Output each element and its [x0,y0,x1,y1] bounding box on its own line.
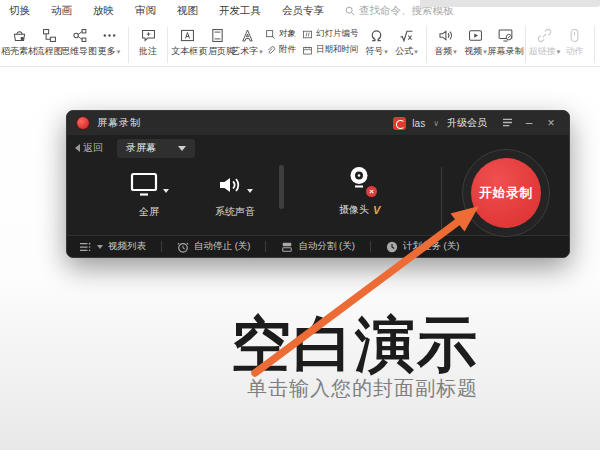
ribbon-item-docer-material[interactable]: 稻壳素材 [4,25,34,58]
back-button[interactable]: 返回 [75,141,103,155]
ribbon-separator [167,27,168,63]
menu-item-member[interactable]: 会员专享 [282,4,324,18]
screen-record-icon [497,27,514,44]
menu-item-transition[interactable]: 切换 [9,4,30,18]
ribbon-separator [594,27,595,63]
back-arrow-icon [75,144,80,152]
wps-logo-icon [393,117,406,130]
alarm-clock-icon [177,241,189,253]
mindmap-icon [71,27,88,44]
footer-divider [161,241,162,252]
scrollbar-thumb[interactable] [279,165,284,209]
ribbon-stack-slidenumber-datetime: 幻灯片编号 日期和时间 [302,25,359,56]
menu-item-slideshow[interactable]: 放映 [93,4,114,18]
clock-icon [386,241,398,253]
ribbon-separator [525,27,526,63]
audio-speaker-icon [437,27,454,44]
ribbon-item-audio[interactable]: 音频 [431,25,461,59]
dropdown-caret-icon [163,189,169,193]
ribbon-stack-object-attachment: 对象 附件 [265,25,296,56]
chevron-down-icon[interactable]: ∨ [433,119,439,128]
dialog-footer: 视频列表 自动停止 (关) 自动分割 (关) 计划任务 (关) [67,235,569,257]
ribbon-item-comment[interactable]: 批注 [133,25,163,58]
ribbon-item-mindmap[interactable]: 思维导图 [64,25,94,58]
list-icon [79,242,91,252]
split-icon [281,241,293,253]
symbol-omega-icon [368,27,385,44]
comment-icon [140,27,157,44]
ribbon-separator [426,27,427,63]
slide-title[interactable]: 空白演示 [231,305,479,386]
record-dot-icon [77,117,89,129]
app-window: 切换 动画 放映 审阅 视图 开发工具 会员专享 查找命令、搜索模板 稻壳素材 … [0,0,600,450]
ribbon-item-hyperlink: 超链接 [530,25,560,59]
camera-off-badge-icon: × [366,186,377,197]
auto-split-toggle[interactable]: 自动分割 (关) [281,240,354,253]
ribbon-separator [128,27,129,63]
menu-bar: 切换 动画 放映 审阅 视图 开发工具 会员专享 查找命令、搜索模板 [0,0,600,21]
scheduled-task-toggle[interactable]: 计划任务 (关) [386,240,459,253]
object-icon [265,29,276,40]
ribbon-item-screen-record[interactable]: 屏幕录制 [491,25,521,58]
video-list-button[interactable]: 视频列表 [79,240,146,253]
start-record-ring: 开始录制 [462,149,550,237]
menu-item-view[interactable]: 视图 [177,4,198,18]
ribbon-item-symbol[interactable]: 符号 [362,25,392,59]
ribbon-item-date-time[interactable]: 日期和时间 [302,44,359,56]
account-name[interactable]: las [412,118,425,129]
close-icon[interactable]: × [543,115,559,131]
fullscreen-option[interactable]: 全屏 [129,167,169,219]
flowchart-icon [41,27,58,44]
attachment-icon [265,45,276,56]
wordart-icon [239,27,256,44]
ribbon-toolbar: 稻壳素材 流程图 思维导图 更多 批注 文本框 页眉页脚 [0,21,600,67]
record-mode-dropdown[interactable]: 录屏幕 [117,139,195,158]
auto-stop-toggle[interactable]: 自动停止 (关) [177,240,250,253]
search-icon [345,6,355,16]
docer-material-icon [11,27,28,44]
speaker-icon [217,173,243,197]
system-audio-label: 系统声音 [215,205,255,219]
camera-label: 摄像头 V [339,203,380,217]
vertical-divider [441,167,442,229]
more-dots-icon [101,27,118,44]
mouse-action-icon [566,27,583,44]
menu-icon[interactable] [499,115,515,131]
textbox-icon [179,27,196,44]
ribbon-item-wordart[interactable]: 艺术字 [232,25,262,59]
ribbon-item-attachment[interactable]: 附件 [265,44,296,56]
ribbon-item-flowchart[interactable]: 流程图 [34,25,64,58]
minimize-icon[interactable]: – [521,115,537,131]
ribbon-item-textbox[interactable]: 文本框 [172,25,202,59]
window-edge [420,0,600,7]
formula-icon [398,27,415,44]
monitor-icon [129,171,159,197]
footer-divider [370,241,371,252]
start-record-button[interactable]: 开始录制 [471,158,541,228]
dropdown-caret-icon [247,189,253,193]
hyperlink-icon [536,27,553,44]
ribbon-item-object[interactable]: 对象 [265,28,296,40]
camera-option[interactable]: × 摄像头 V [339,165,380,217]
ribbon-item-slide-number[interactable]: 幻灯片编号 [302,28,359,40]
ribbon-item-formula[interactable]: 公式 [392,25,422,59]
menu-item-animation[interactable]: 动画 [51,4,72,18]
menu-item-review[interactable]: 审阅 [135,4,156,18]
upgrade-member-link[interactable]: 升级会员 [447,116,487,130]
slide-number-icon [302,29,313,40]
video-icon [467,27,484,44]
screen-record-dialog: 屏幕录制 las ∨ 升级会员 – × 返回 录屏幕 [66,110,570,258]
dropdown-caret-icon [178,146,186,151]
date-time-icon [302,45,313,56]
ribbon-item-action: 动作 [560,25,590,58]
dialog-title: 屏幕录制 [97,116,141,130]
ribbon-item-more[interactable]: 更多 [94,25,124,59]
ribbon-item-header-footer[interactable]: 页眉页脚 [202,25,232,58]
dialog-titlebar[interactable]: 屏幕录制 las ∨ 升级会员 – × [67,111,569,135]
dropdown-caret-icon [97,245,103,249]
ribbon-item-video[interactable]: 视频 [461,25,491,59]
slide-subtitle[interactable]: 单击输入您的封面副标题 [247,375,478,402]
fullscreen-label: 全屏 [139,205,159,219]
system-audio-option[interactable]: 系统声音 [215,167,255,219]
menu-item-devtools[interactable]: 开发工具 [219,4,261,18]
